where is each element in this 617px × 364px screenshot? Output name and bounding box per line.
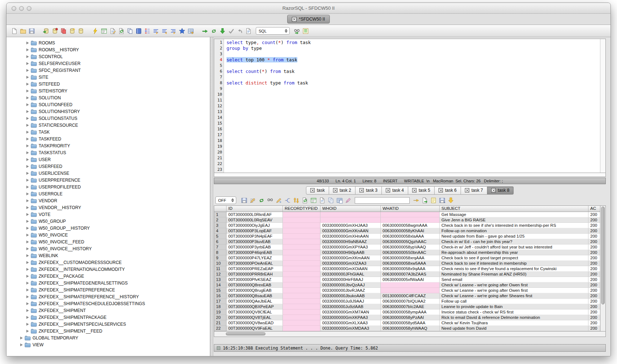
tree-item-zkfedex-shipmentspecialservices[interactable]: ZKFEDEX__SHIPMENTSPECIALSERVICES — [7, 321, 210, 328]
cell-subject[interactable]: Follow up call — [440, 299, 588, 304]
result-tab-task-5[interactable]: task 5 — [408, 186, 435, 195]
tree-item-zkfedex-shipmatepreference[interactable]: ZKFEDEX__SHIPMATEPREFERENCE — [7, 286, 210, 293]
disclosure-triangle-icon[interactable] — [26, 309, 29, 312]
cell-recordtypeid[interactable] — [283, 288, 320, 293]
tree-item-global-temporary[interactable]: GLOBAL TEMPORARY — [7, 334, 210, 341]
cell-whatid[interactable]: 006300000058yd5AAA — [381, 320, 440, 326]
rollback-undo-icon[interactable] — [236, 27, 244, 35]
cell-whatid[interactable] — [381, 282, 440, 288]
cell-recordtypeid[interactable] — [283, 266, 320, 272]
table-row[interactable]: 700T3000000P3yrbEAB0033000000GmXPYAA3006… — [214, 244, 600, 250]
disclosure-triangle-icon[interactable] — [26, 316, 29, 319]
tree-item-rooms[interactable]: ROOMS — [7, 39, 210, 46]
disclosure-triangle-icon[interactable] — [26, 90, 29, 92]
code-line[interactable] — [226, 98, 600, 103]
cell-whoid[interactable]: 0033000000GmXLXAA3 — [320, 320, 381, 326]
cell-whatid[interactable]: 00630000007bIc2AAE — [381, 304, 440, 309]
view-glasses-icon[interactable] — [266, 196, 274, 204]
tree-item-w50-invoice-history[interactable]: W50_INVOICE__HISTORY — [7, 245, 210, 252]
tree-item-taskstatus[interactable]: TASKSTATUS — [7, 149, 210, 156]
cell-ac[interactable]: 200 — [588, 239, 600, 244]
cell-id[interactable]: 00T3000000POeAnEAL — [226, 261, 283, 266]
cell-whoid[interactable]: 0033000000JbvRJAAZ — [320, 288, 381, 293]
code-line[interactable] — [226, 51, 600, 57]
cell-id[interactable]: 00T3000000Q8rexEAB — [226, 282, 283, 288]
disclosure-triangle-icon[interactable] — [26, 220, 29, 223]
table-row[interactable]: 1200T3000000PRR8rEAH0033000000JFhGlAAL00… — [214, 272, 600, 277]
code-line[interactable] — [226, 63, 600, 69]
disclosure-triangle-icon[interactable] — [20, 343, 23, 346]
cell-recordtypeid[interactable] — [283, 277, 320, 282]
edit-notes-icon[interactable] — [430, 196, 437, 204]
cell-ac[interactable]: 200 — [588, 326, 600, 331]
disclosure-triangle-icon[interactable] — [26, 165, 29, 168]
table-row[interactable]: 200T3000000L0RqSEAVGive Jenn a BIG RAISE… — [214, 217, 600, 223]
document-tab[interactable]: *SFDCW50 II — [287, 15, 329, 23]
disclosure-triangle-icon[interactable] — [26, 124, 29, 127]
table-row[interactable]: 1900T3000000QV8CfEAL0033000000GmXM7AAN00… — [214, 309, 600, 315]
code-line[interactable] — [226, 109, 600, 115]
table-row[interactable]: 1400T3000000Q8rexEAB0033000000JbvQzAAJCh… — [214, 282, 600, 288]
tree-item-w50-invoice[interactable]: W50_INVOICE — [7, 231, 210, 238]
cell-whoid[interactable]: 0033000000GmXHnAAN — [320, 234, 381, 239]
disclosure-triangle-icon[interactable] — [26, 151, 29, 154]
cell-recordtypeid[interactable] — [283, 217, 320, 223]
edit-cell-icon[interactable] — [275, 196, 283, 204]
cell-whatid[interactable]: 006300000058xlaAAA — [381, 234, 440, 239]
page-view-icon[interactable] — [318, 196, 326, 204]
cell-whatid[interactable]: 006300000058yPzAAI — [381, 315, 440, 320]
export-table-icon[interactable] — [187, 27, 195, 35]
cell-whatid[interactable] — [381, 217, 440, 223]
column-header-rownum[interactable] — [214, 206, 226, 212]
save-results-icon[interactable] — [240, 196, 248, 204]
duplicate-page-icon[interactable] — [126, 27, 134, 35]
disclosure-triangle-icon[interactable] — [26, 261, 29, 264]
disclosure-triangle-icon[interactable] — [26, 289, 29, 291]
cell-whatid[interactable]: 006300000058yhWAAQ — [381, 326, 440, 331]
cell-subject[interactable]: Check nexis to see if they've found a re… — [440, 266, 588, 272]
cell-ac[interactable]: 200 — [588, 255, 600, 261]
cell-subject[interactable]: Give Jenn a BIG RAISE — [440, 217, 588, 223]
cell-ac[interactable]: 200 — [588, 212, 600, 217]
save-file-icon[interactable] — [28, 27, 36, 35]
tree-item-userlicense[interactable]: USERLICENSE — [7, 170, 210, 177]
cell-ac[interactable]: 200 — [588, 223, 600, 228]
tree-item-solutionstatus[interactable]: SOLUTIONSTATUS — [7, 115, 210, 122]
table-copy-icon[interactable] — [336, 196, 344, 204]
tree-item-staticresource[interactable]: STATICRESOURCE — [7, 122, 210, 129]
format-align-icon[interactable] — [161, 27, 169, 35]
cell-ac[interactable]: 200 — [588, 282, 600, 288]
tree-item-zkfedex-shipmatescheduledjobssettings[interactable]: ZKFEDEX__SHIPMATESCHEDULEDJOBSSETTINGS — [7, 300, 210, 307]
cell-recordtypeid[interactable] — [283, 212, 320, 217]
table-row[interactable]: 2100T3000000QV8wsEAD0033000000GmXLXAA300… — [214, 320, 600, 326]
cell-whoid[interactable]: 0033000000Ju9zlAAB — [320, 304, 381, 309]
cell-whoid[interactable]: 0033000000JFhGlAAL — [320, 272, 381, 277]
tree-item-vote[interactable]: VOTE — [7, 211, 210, 218]
code-line[interactable] — [226, 155, 600, 161]
cell-recordtypeid[interactable] — [283, 223, 320, 228]
result-tab-task-4[interactable]: task 4 — [382, 186, 408, 195]
code-line[interactable]: group by type — [226, 46, 600, 51]
tree-item-zkfedex-package[interactable]: ZKFEDEX__PACKAGE — [7, 273, 210, 280]
cell-ac[interactable]: 200 — [588, 261, 600, 266]
cell-ac[interactable]: 200 — [588, 250, 600, 255]
tree-item-vendor[interactable]: VENDOR — [7, 197, 210, 204]
cell-whatid[interactable]: 006300000058ympAAA — [381, 309, 440, 315]
cell-subject[interactable]: Check w/ Leanne - we're going after Shea… — [440, 293, 588, 299]
close-window-icon[interactable] — [12, 6, 16, 11]
result-tab-task[interactable]: task — [306, 186, 329, 195]
tree-item-zkfedex-internationalcommodity[interactable]: ZKFEDEX__INTERNATIONALCOMMODITY — [7, 266, 210, 273]
result-tab-task-3[interactable]: task 3 — [355, 186, 382, 195]
disclosure-triangle-icon[interactable] — [26, 144, 29, 147]
code-line[interactable] — [226, 121, 600, 126]
cell-id[interactable]: 00T3000000OiyJgEAJ — [226, 223, 283, 228]
new-connection-icon[interactable] — [68, 27, 76, 35]
code-line[interactable] — [226, 74, 600, 80]
close-tab-icon[interactable] — [439, 188, 443, 192]
cell-id[interactable]: 00T3000000P3LopEAF — [226, 228, 283, 234]
cell-ac[interactable]: 200 — [588, 293, 600, 299]
cell-ac[interactable]: 200 — [588, 277, 600, 282]
cell-ac[interactable]: 200 — [588, 304, 600, 309]
cell-recordtypeid[interactable] — [283, 299, 320, 304]
cell-id[interactable]: 00T3000000QBXPeEAP — [226, 304, 283, 309]
